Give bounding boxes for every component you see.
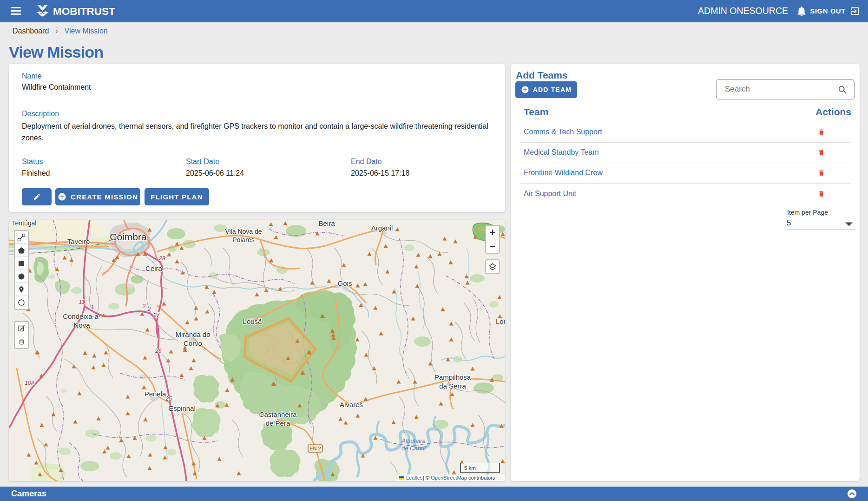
svg-text:Lousã: Lousã: [496, 317, 505, 325]
svg-text:Lousã: Lousã: [243, 317, 263, 325]
svg-text:Miranda do: Miranda do: [175, 330, 210, 338]
svg-text:26: 26: [155, 348, 162, 354]
svg-text:Coimbra: Coimbra: [110, 231, 147, 242]
svg-text:Poiares: Poiares: [232, 236, 254, 244]
svg-text:11: 11: [79, 299, 85, 305]
svg-text:Castanheira: Castanheira: [259, 410, 297, 418]
svg-text:Condeixa-a-: Condeixa-a-: [63, 312, 101, 320]
svg-text:Vila Nova de: Vila Nova de: [225, 228, 262, 235]
svg-text:Albufeira: Albufeira: [401, 437, 425, 444]
svg-text:de Cabril: de Cabril: [401, 445, 426, 452]
svg-text:de Pera: de Pera: [266, 419, 290, 427]
svg-text:EN 2: EN 2: [309, 446, 321, 451]
svg-text:Ceira: Ceira: [145, 264, 163, 272]
svg-text:Espinhal: Espinhal: [169, 404, 196, 412]
svg-text:Nova: Nova: [73, 321, 90, 329]
svg-text:Corvo: Corvo: [184, 339, 202, 347]
svg-text:2: 2: [147, 306, 151, 312]
svg-text:1: 1: [91, 304, 94, 310]
svg-text:5 km: 5 km: [464, 465, 476, 471]
svg-text:27: 27: [153, 312, 160, 318]
svg-text:Penela: Penela: [145, 390, 166, 398]
svg-text:Tentúgal: Tentúgal: [12, 220, 37, 227]
svg-text:Arganil: Arganil: [371, 224, 393, 232]
svg-text:Leaflet | © OpenStreetMap cont: Leaflet | © OpenStreetMap contributors: [406, 475, 495, 481]
svg-text:28: 28: [158, 255, 165, 262]
svg-text:10A: 10A: [25, 380, 34, 386]
svg-text:Beira: Beira: [318, 220, 335, 227]
svg-text:Góis: Góis: [338, 279, 352, 287]
svg-text:Taveiro: Taveiro: [67, 237, 90, 245]
svg-text:2: 2: [142, 303, 146, 310]
svg-text:Pampilhosa: Pampilhosa: [434, 373, 471, 381]
svg-text:da Serra: da Serra: [439, 382, 466, 390]
svg-text:25: 25: [165, 396, 172, 402]
svg-text:Alvares: Alvares: [340, 401, 363, 409]
